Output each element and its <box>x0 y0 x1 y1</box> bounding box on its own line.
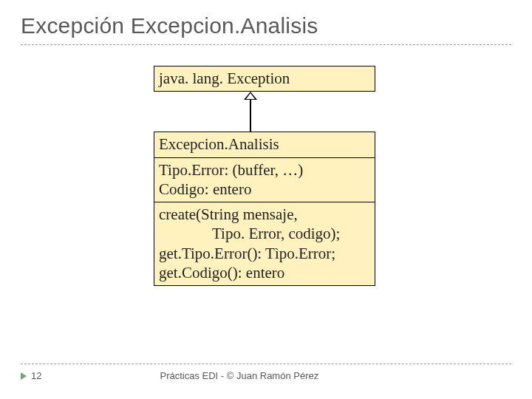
uml-diagram: java. lang. Exception Excepcion.Analisis… <box>154 66 375 286</box>
uml-operation-line: get.Tipo.Error(): Tìpo.Error; <box>159 244 370 263</box>
inheritance-arrow <box>244 92 257 132</box>
title-divider <box>21 44 511 45</box>
arrow-line <box>250 99 251 132</box>
play-icon <box>21 372 27 380</box>
uml-operation-line: create(String mensaje, <box>159 205 370 224</box>
uml-operation-line: get.Codigo(): entero <box>159 263 370 282</box>
uml-child-name: Excepcion.Analisis <box>154 132 375 157</box>
footer-text: Prácticas EDI - © Juan Ramón Pérez <box>160 370 318 381</box>
page-number: 12 <box>21 370 41 381</box>
uml-operations: create(String mensaje, Tipo. Error, codi… <box>154 202 375 285</box>
page-number-value: 12 <box>31 370 41 381</box>
uml-attribute: Tipo.Error: (buffer, …) <box>159 160 370 180</box>
uml-child-class: Excepcion.Analisis Tipo.Error: (buffer, … <box>154 132 375 286</box>
uml-parent-name: java. lang. Exception <box>154 66 375 91</box>
slide: Excepción Excepcion.Analisis java. lang.… <box>0 0 532 399</box>
uml-attribute: Codigo: entero <box>159 180 370 199</box>
uml-attributes: Tipo.Error: (buffer, …) Codigo: entero <box>154 157 375 202</box>
slide-footer: 12 Prácticas EDI - © Juan Ramón Pérez <box>21 364 511 381</box>
uml-operation-line: Tipo. Error, codigo); <box>159 224 370 243</box>
uml-parent-class: java. lang. Exception <box>154 66 375 92</box>
slide-title: Excepción Excepcion.Analisis <box>21 13 511 38</box>
